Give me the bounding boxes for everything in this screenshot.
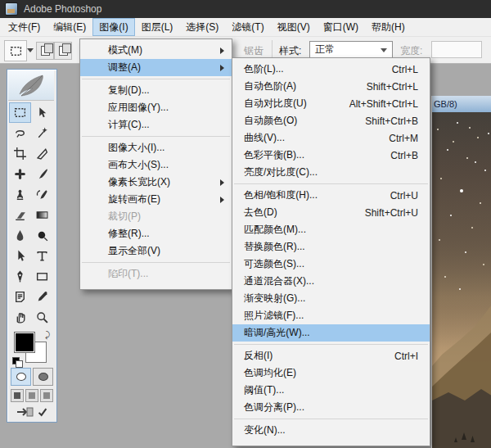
notes-tool[interactable] bbox=[9, 287, 31, 307]
feather-logo-icon bbox=[13, 73, 49, 97]
menu-item[interactable]: 匹配颜色(M)... bbox=[232, 221, 430, 238]
menu-item[interactable]: 图像大小(I)... bbox=[80, 139, 232, 156]
menu-item[interactable]: 显示全部(V) bbox=[80, 242, 232, 260]
eraser-tool[interactable] bbox=[9, 205, 31, 225]
menu-item[interactable]: 去色(D) Shift+Ctrl+U bbox=[232, 204, 430, 221]
menu-item[interactable]: 自动色阶(A) Shift+Ctrl+L bbox=[232, 78, 430, 95]
standard-mode-button[interactable] bbox=[11, 368, 31, 386]
style-select[interactable]: 正常 bbox=[309, 41, 393, 58]
menu-item[interactable]: 亮度/对比度(C)... bbox=[232, 164, 430, 181]
menu-item[interactable]: 色调均化(E) bbox=[232, 364, 430, 382]
commit-check-icon[interactable] bbox=[37, 406, 48, 418]
hand-tool[interactable] bbox=[9, 307, 31, 328]
menu-item[interactable]: 像素长宽比(X) bbox=[80, 174, 232, 191]
menu-item[interactable]: 可选颜色(S)... bbox=[232, 256, 430, 273]
document-title-bar[interactable]: GB/8) bbox=[432, 96, 491, 112]
menu-item[interactable]: 模式(M) bbox=[80, 42, 232, 59]
width-input[interactable] bbox=[431, 41, 482, 58]
move-tool[interactable] bbox=[31, 102, 53, 123]
healing-brush-tool[interactable] bbox=[9, 164, 31, 184]
menu-item[interactable]: 调整(A) bbox=[80, 59, 232, 76]
selection-mode-button[interactable] bbox=[54, 42, 72, 60]
document-canvas[interactable] bbox=[432, 112, 491, 448]
quick-mask-mode-button[interactable] bbox=[33, 368, 53, 386]
clone-stamp-tool[interactable] bbox=[9, 184, 31, 205]
toolbox-banner[interactable] bbox=[8, 70, 54, 101]
menu-item[interactable]: 自动颜色(O) Shift+Ctrl+B bbox=[232, 112, 430, 129]
menu-item[interactable]: 修整(R)... bbox=[80, 225, 232, 242]
menubar-item[interactable]: 文件(F) bbox=[2, 18, 47, 36]
brush-icon bbox=[35, 167, 49, 181]
tool-preset-caret-icon[interactable] bbox=[27, 48, 34, 52]
slice-tool[interactable] bbox=[31, 143, 53, 164]
zoom-tool[interactable] bbox=[31, 307, 53, 328]
eyedropper-tool[interactable] bbox=[31, 287, 53, 307]
foreground-color-swatch[interactable] bbox=[14, 332, 35, 353]
menubar-item[interactable]: 图像(I) bbox=[92, 18, 134, 36]
magic-wand-tool[interactable] bbox=[31, 123, 53, 143]
shape-rect-tool[interactable] bbox=[31, 266, 53, 287]
standard-mode-icon bbox=[16, 373, 26, 381]
menu-item[interactable]: 阈值(T)... bbox=[232, 382, 430, 399]
fullscreen-menubar-button[interactable] bbox=[25, 389, 38, 402]
clone-stamp-icon bbox=[13, 188, 27, 201]
selection-mode-button[interactable] bbox=[36, 42, 54, 60]
menu-item[interactable]: 照片滤镜(F)... bbox=[232, 307, 430, 324]
pen-icon bbox=[13, 269, 27, 283]
menu-item[interactable]: 计算(C)... bbox=[80, 116, 232, 133]
menubar-item[interactable]: 编辑(E) bbox=[47, 18, 92, 36]
crop-tool[interactable] bbox=[9, 143, 31, 164]
document-title: GB/8) bbox=[434, 99, 457, 109]
menu-item[interactable]: 色调分离(P)... bbox=[232, 399, 430, 416]
menu-item[interactable]: 陷印(T)... bbox=[80, 265, 232, 283]
burn-icon bbox=[35, 229, 49, 242]
menubar-item[interactable]: 滤镜(T) bbox=[225, 18, 270, 36]
menu-item[interactable]: 曲线(V)... Ctrl+M bbox=[232, 129, 430, 147]
menu-item[interactable]: 反相(I) Ctrl+I bbox=[232, 347, 430, 364]
title-bar[interactable]: Adobe Photoshop bbox=[0, 0, 491, 18]
menu-item[interactable]: 色彩平衡(B)... Ctrl+B bbox=[232, 147, 430, 164]
blur-icon bbox=[13, 229, 27, 242]
menubar-item[interactable]: 窗口(W) bbox=[317, 18, 365, 36]
mask-mode-group bbox=[11, 368, 53, 386]
width-label: 宽度: bbox=[400, 44, 422, 58]
add-selection-icon bbox=[59, 46, 68, 56]
menu-item[interactable]: 画布大小(S)... bbox=[80, 156, 232, 174]
lasso-tool[interactable] bbox=[9, 123, 31, 143]
menu-item[interactable]: 裁切(P) bbox=[80, 208, 232, 225]
menu-item[interactable]: 变化(N)... bbox=[232, 422, 430, 439]
path-select-tool[interactable] bbox=[9, 246, 31, 266]
menubar-item[interactable]: 帮助(H) bbox=[365, 18, 412, 36]
pen-tool[interactable] bbox=[9, 266, 31, 287]
submenu-arrow-icon bbox=[220, 179, 224, 186]
menubar-item[interactable]: 选择(S) bbox=[179, 18, 225, 36]
style-select-value: 正常 bbox=[315, 43, 335, 57]
menu-item[interactable]: 复制(D)... bbox=[80, 82, 232, 99]
menu-item[interactable]: 替换颜色(R)... bbox=[232, 238, 430, 256]
fullscreen-button[interactable] bbox=[40, 389, 53, 402]
menu-item[interactable]: 应用图像(Y)... bbox=[80, 99, 232, 116]
gradient-tool[interactable] bbox=[31, 205, 53, 225]
tool-preset-button[interactable] bbox=[4, 40, 27, 61]
menu-item[interactable]: 自动对比度(U) Alt+Shift+Ctrl+L bbox=[232, 95, 430, 112]
notes-icon bbox=[13, 290, 27, 304]
menu-item[interactable]: 色相/饱和度(H)... Ctrl+U bbox=[232, 187, 430, 204]
style-label: 样式: bbox=[279, 44, 301, 58]
menu-item[interactable]: 暗调/高光(W)... bbox=[232, 324, 430, 342]
default-colors-icon[interactable] bbox=[12, 357, 22, 366]
menu-item[interactable]: 通道混合器(X)... bbox=[232, 273, 430, 290]
menubar-item[interactable]: 图层(L) bbox=[135, 18, 180, 36]
edit-in-imageready-button[interactable] bbox=[16, 406, 34, 418]
menu-item[interactable]: 旋转画布(E) bbox=[80, 191, 232, 208]
brush-tool[interactable] bbox=[31, 164, 53, 184]
standard-screen-button[interactable] bbox=[11, 389, 24, 402]
swap-colors-icon[interactable]: ⤸ bbox=[45, 330, 50, 340]
history-brush-tool[interactable] bbox=[31, 184, 53, 205]
type-tool[interactable] bbox=[31, 246, 53, 266]
burn-tool[interactable] bbox=[31, 225, 53, 246]
rect-marquee-tool[interactable] bbox=[9, 102, 31, 123]
menubar-item[interactable]: 视图(V) bbox=[271, 18, 317, 36]
blur-tool[interactable] bbox=[9, 225, 31, 246]
menu-item[interactable]: 渐变映射(G)... bbox=[232, 290, 430, 307]
menu-item[interactable]: 色阶(L)... Ctrl+L bbox=[232, 61, 430, 78]
